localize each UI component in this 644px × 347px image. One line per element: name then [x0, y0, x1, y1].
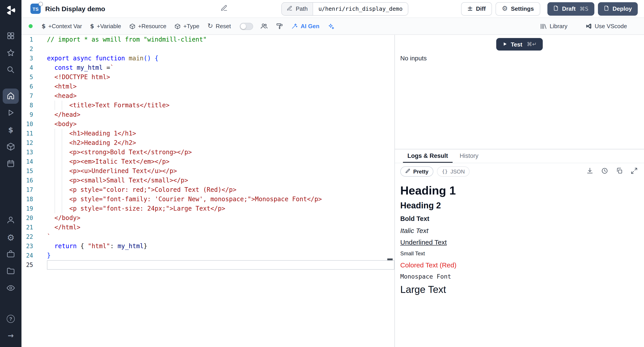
line-number: 2	[22, 44, 33, 54]
code-line[interactable]: <p><em>Italic Text</em></p>	[47, 157, 394, 166]
file-icon	[604, 5, 609, 12]
indent-guide	[62, 157, 62, 166]
sidebar-item-users[interactable]	[3, 213, 19, 228]
library-button[interactable]: Library	[536, 20, 571, 32]
indent-guide	[62, 100, 62, 110]
use-vscode-button[interactable]: Use VScode	[582, 20, 630, 32]
code-line[interactable]: </html>	[47, 223, 394, 232]
copy-result-button[interactable]	[616, 167, 623, 176]
main-area: TS Rich Display demo Path u/henri/rich_d…	[22, 0, 644, 347]
windmill-logo-icon[interactable]	[5, 4, 16, 16]
path-value[interactable]: u/henri/rich_display_demo	[313, 2, 408, 15]
code-line[interactable]: <title>Text Formats</title>	[47, 100, 394, 110]
code-line[interactable]: <p><strong>Bold Text</strong></p>	[47, 148, 394, 157]
code-line[interactable]	[47, 260, 394, 270]
sidebar-item-search[interactable]	[3, 62, 19, 78]
sidebar-item-settings[interactable]: ⚙	[3, 230, 19, 245]
code-line[interactable]: <h2>Heading 2</h2>	[47, 138, 394, 148]
ai-sparkles-button[interactable]	[324, 20, 338, 32]
line-number: 22	[22, 232, 33, 242]
indent-guide	[62, 148, 62, 157]
edit-summary-button[interactable]	[220, 4, 228, 13]
result-item-h1: Heading 1	[400, 184, 639, 197]
add-resource-button[interactable]: +Resource	[126, 20, 170, 32]
line-number: 11	[22, 129, 33, 138]
sidebar-item-schedules[interactable]	[3, 156, 19, 172]
indent-guide	[62, 194, 62, 204]
code-line[interactable]: <head>	[47, 91, 394, 100]
code-line[interactable]: <html>	[47, 82, 394, 91]
sidebar-item-folders[interactable]	[3, 264, 19, 279]
code-line[interactable]: <h1>Heading 1</h1>	[47, 129, 394, 138]
test-button[interactable]: Test ⌘↵	[496, 38, 543, 50]
sidebar-item-runs[interactable]	[3, 106, 19, 121]
code-line[interactable]: }	[47, 251, 394, 260]
code-lines[interactable]: // import * as wmill from "windmill-clie…	[47, 35, 394, 347]
code-line[interactable]: </head>	[47, 110, 394, 120]
indent-guide	[62, 166, 62, 176]
code-line[interactable]: <p style="font-size: 24px;">Large Text</…	[47, 204, 394, 213]
language-badge[interactable]: TS	[30, 4, 41, 14]
tab-logs-result[interactable]: Logs & Result	[403, 149, 452, 163]
eye-icon	[6, 283, 15, 294]
dollar-icon: $	[42, 23, 46, 30]
sidebar-item-resources[interactable]	[3, 140, 19, 155]
path-label: Path	[282, 2, 313, 15]
add-type-button[interactable]: +Type	[171, 20, 203, 32]
sidebar-item-apps[interactable]	[3, 28, 19, 44]
sidebar-item-variables[interactable]: $	[3, 122, 19, 138]
multiplayer-toggle[interactable]	[240, 22, 253, 30]
add-context-var-button[interactable]: $ +Context Var	[38, 20, 86, 32]
code-line[interactable]: `	[47, 232, 394, 242]
line-number: 23	[22, 242, 33, 251]
indent-guide	[62, 138, 62, 148]
settings-button[interactable]: ⚙ Settings	[496, 2, 540, 16]
ai-gen-button[interactable]: AI Gen	[288, 20, 323, 32]
sidebar-item-audit-logs[interactable]	[3, 281, 19, 296]
result-item-underline: Underlined Text	[400, 238, 639, 246]
code-line[interactable]: <p><u>Underlined Text</u></p>	[47, 166, 394, 176]
inputs-pane: Test ⌘↵ No inputs	[395, 35, 644, 149]
code-line[interactable]: <p><small>Small Text</small></p>	[47, 176, 394, 185]
cube-icon	[6, 142, 15, 152]
result-display: Heading 1Heading 2Bold TextItalic TextUn…	[395, 179, 644, 347]
sidebar-item-workers[interactable]	[3, 247, 19, 262]
sidebar-item-home[interactable]	[3, 88, 19, 104]
past-runs-button[interactable]	[601, 167, 608, 176]
sidebar-item-favorites[interactable]	[3, 46, 19, 61]
path-editor[interactable]: Path u/henri/rich_display_demo	[281, 2, 408, 16]
deploy-button[interactable]: Deploy	[598, 2, 638, 16]
code-line[interactable]: <!DOCTYPE html>	[47, 72, 394, 82]
code-line[interactable]	[47, 44, 394, 54]
code-editor[interactable]: 1234567891011121314151617181920212223242…	[22, 35, 394, 347]
pretty-toggle[interactable]: Pretty	[400, 166, 433, 177]
code-line[interactable]: <p style="color: red;">Colored Text (Red…	[47, 185, 394, 194]
language-badge-label: TS	[33, 6, 39, 12]
line-number: 8	[22, 100, 33, 110]
format-code-button[interactable]	[272, 20, 287, 32]
diff-button[interactable]: ± Diff	[461, 2, 492, 16]
status-dot	[28, 24, 33, 28]
refresh-icon: ↻	[207, 23, 213, 30]
code-line[interactable]: // import * as wmill from "windmill-clie…	[47, 35, 394, 44]
code-line[interactable]: return { "html": my_html}	[47, 242, 394, 251]
sidebar-collapse-toggle[interactable]: →	[3, 328, 19, 344]
code-line[interactable]: <p style="font-family: 'Courier New', mo…	[47, 194, 394, 204]
package-icon	[174, 23, 181, 29]
expand-result-button[interactable]	[630, 167, 638, 176]
code-line[interactable]: </body>	[47, 213, 394, 223]
download-result-button[interactable]	[586, 167, 594, 176]
add-variable-button[interactable]: $ +Variable	[86, 20, 125, 32]
draft-button[interactable]: Draft ⌘S	[547, 2, 594, 16]
wand-icon	[291, 23, 298, 30]
line-number: 5	[22, 72, 33, 82]
multiplayer-users-button[interactable]	[257, 20, 272, 32]
tab-history[interactable]: History	[455, 149, 483, 163]
code-line[interactable]: <body>	[47, 120, 394, 129]
reset-button[interactable]: ↻ Reset	[204, 20, 234, 32]
code-line[interactable]: export async function main() {	[47, 54, 394, 63]
expand-icon	[630, 167, 638, 176]
json-toggle[interactable]: {} JSON	[437, 166, 470, 177]
code-line[interactable]: const my_html =`	[47, 63, 394, 72]
sidebar-item-help[interactable]: ?	[3, 311, 19, 326]
